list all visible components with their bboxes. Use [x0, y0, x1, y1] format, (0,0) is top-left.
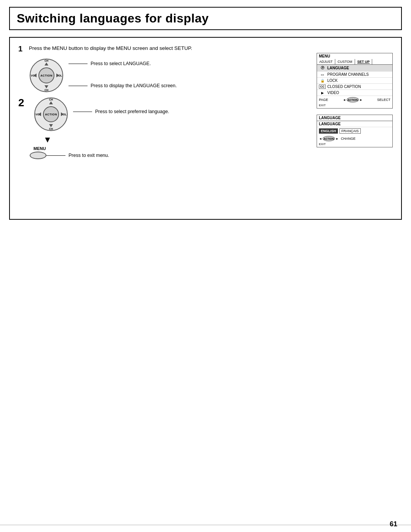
arrow-right-icon-2: [61, 112, 64, 116]
ch-bottom-label-2: CH: [49, 128, 53, 130]
lang-footer-change: CHANGE: [341, 137, 356, 141]
menu-row-lock: 🔒 LOCK: [317, 78, 392, 84]
footer-page-label: PAGE: [319, 98, 328, 102]
menu-panel-footer: PAGE ◄ ACTION ► SELECT: [317, 96, 392, 104]
menu-row-language: Ⓟ LANGUAGE: [317, 65, 392, 72]
language-panel: LANGUAGE LANGUAGE ENGLISH FRANÇAIS ◄ ACT…: [317, 115, 393, 147]
menu-row-video: ▶ VIDEO: [317, 90, 392, 96]
action-button-1: ACTION: [38, 67, 54, 83]
arrow-down-icon-2: [49, 124, 53, 127]
tab-setup: SET UP: [355, 59, 373, 64]
arrow-right-lang-icon: ►: [336, 137, 339, 141]
arrow-right-footer-icon: ►: [360, 98, 363, 102]
tab-adjust: ADJUST: [317, 59, 335, 64]
language-section-label: LANGUAGE: [317, 121, 392, 127]
exit-menu-label: Press to exit menu.: [68, 153, 109, 158]
tab-custom: CUSTOM: [335, 59, 355, 64]
menu-button-area: MENU Press to exit menu.: [30, 146, 393, 159]
step2-label-container: Press to select preferred language.: [73, 97, 169, 114]
cc-icon: CC: [319, 85, 326, 89]
menu-row-program-channels: ▭ PROGRAM CHANNELS: [317, 72, 392, 78]
arrow-up-icon-1: [45, 62, 48, 66]
remote-control-1: CH CH VOL VOL ACTION: [30, 59, 63, 92]
remote-circle-2: CH CH VOL VOL ACTION: [34, 97, 68, 131]
ch-top-label-2: CH: [49, 98, 53, 101]
tv-icon: ▭: [319, 73, 326, 77]
action-button-2: ACTION: [43, 106, 59, 122]
lang-option-english: ENGLISH: [319, 128, 338, 134]
action-oval-footer: ACTION: [347, 97, 359, 102]
arrow-down-icon-1: [45, 85, 48, 88]
lang-option-francais: FRANÇAIS: [339, 128, 361, 134]
remote-circle-1: CH CH VOL VOL ACTION: [30, 59, 63, 92]
step1-labels: Press to select LANGUAGE. Press to displ…: [68, 59, 177, 92]
label-preferred-language: Press to select preferred language.: [95, 109, 169, 114]
page-title-bar: Switching languages for display: [9, 7, 402, 30]
lang-footer-exit: EXIT: [317, 142, 392, 147]
language-panel-title: LANGUAGE: [317, 115, 392, 121]
right-panels: MENU ADJUST CUSTOM SET UP Ⓟ LANGUAGE ▭ P…: [317, 53, 393, 147]
ch-bottom-label-1: CH: [45, 89, 48, 91]
step1-row: 1 Press the MENU button to display the M…: [18, 45, 393, 53]
arrow-left-icon-1: [33, 73, 37, 77]
action-oval-lang: ACTION: [323, 136, 335, 141]
footer-exit-label: EXIT: [317, 104, 392, 108]
menu-row-closed-caption: CC CLOSED CAPTION: [317, 84, 392, 90]
step1-description: Press the MENU button to display the MEN…: [29, 45, 192, 51]
language-options: ENGLISH FRANÇAIS: [317, 127, 392, 135]
page-number: 61: [390, 520, 397, 528]
language-icon: Ⓟ: [319, 66, 326, 70]
arrow-right-icon-1: [56, 73, 59, 77]
remote-control-2: CH CH VOL VOL ACTION: [34, 97, 68, 131]
arrow-left-icon-2: [38, 112, 41, 116]
arrow-up-icon-2: [49, 101, 53, 104]
step1-number: 1: [18, 45, 25, 53]
ch-top-label-1: CH: [45, 59, 48, 62]
video-icon: ▶: [319, 91, 326, 95]
language-panel-footer: ◄ ACTION ► CHANGE: [317, 135, 392, 142]
menu-panel: MENU ADJUST CUSTOM SET UP Ⓟ LANGUAGE ▭ P…: [317, 53, 393, 109]
menu-panel-title: MENU: [317, 53, 392, 59]
label-select-language: Press to select LANGUAGE.: [68, 61, 177, 66]
menu-panel-tabs: ADJUST CUSTOM SET UP: [317, 59, 392, 65]
footer-select-label: SELECT: [377, 98, 390, 102]
arrow-left-footer-icon: ◄: [343, 98, 346, 102]
menu-oval-button: [30, 152, 46, 159]
label-display-language: Press to display the LANGUAGE screen.: [68, 83, 177, 88]
main-content-box: 1 Press the MENU button to display the M…: [9, 37, 402, 220]
arrow-left-lang-icon: ◄: [319, 137, 322, 141]
page-title: Switching languages for display: [17, 11, 394, 26]
lock-icon: 🔒: [319, 79, 326, 83]
step2-number: 2: [18, 97, 28, 108]
